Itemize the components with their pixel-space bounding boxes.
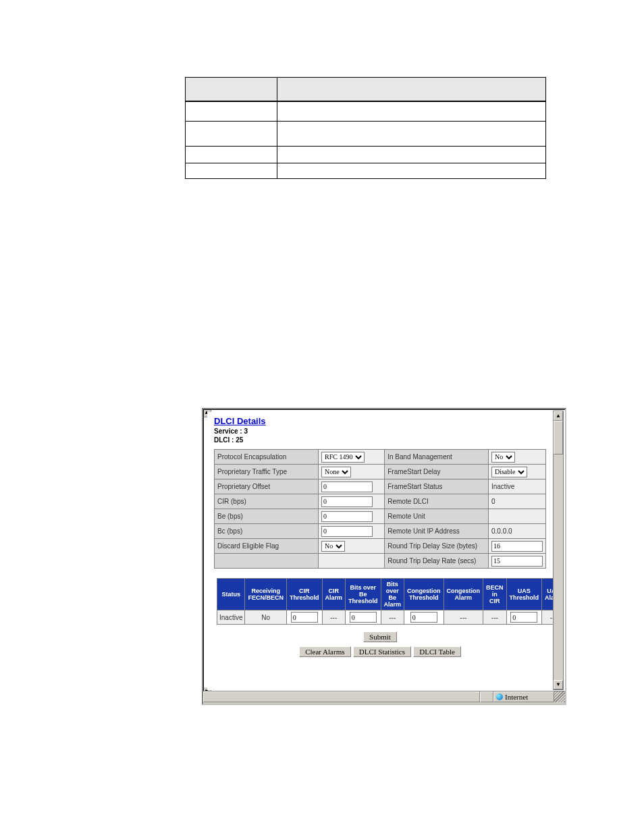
stats-cell: [286, 610, 322, 625]
scroll-down-icon[interactable]: ▼: [554, 680, 563, 689]
cfg-value: [319, 494, 385, 509]
stats-cell: [506, 610, 542, 625]
stats-table: StatusReceivingFECN/BECNCIRThresholdCIRA…: [217, 578, 553, 625]
cfg-value: Inactive: [488, 479, 545, 494]
cfg-value: [488, 509, 545, 524]
cfg-value: RFC 1490: [319, 450, 385, 465]
cfg-input[interactable]: [321, 511, 373, 522]
cfg-label: Proprietary Offset: [215, 479, 319, 494]
stats-input[interactable]: [291, 612, 318, 623]
stats-header: ReceivingFECN/BECN: [245, 579, 287, 610]
cfg-value: [488, 539, 545, 554]
stats-cell: Inactive: [217, 610, 245, 625]
stats-header: UASAlarm: [542, 579, 553, 610]
stats-header: CongestionAlarm: [444, 579, 483, 610]
resize-grip-icon[interactable]: [554, 692, 565, 702]
cfg-label: Bc (bps): [215, 524, 319, 539]
cfg-input[interactable]: [491, 541, 543, 552]
vertical-scrollbar[interactable]: ▲ ▼: [553, 411, 564, 690]
cfg-label: Round Trip Delay Size (bytes): [385, 539, 489, 554]
stats-header: Bits overBeThreshold: [346, 579, 381, 610]
cfg-value: [488, 554, 545, 569]
submit-button[interactable]: Submit: [363, 631, 397, 642]
cfg-label: Protocol Encapsulation: [215, 450, 319, 465]
stats-header: BitsoverBeAlarm: [381, 579, 404, 610]
definition-table: [185, 77, 546, 179]
cfg-value: Disable: [488, 465, 545, 479]
stats-header: CIRThreshold: [286, 579, 322, 610]
scroll-thumb[interactable]: [554, 421, 563, 454]
cfg-input[interactable]: [321, 526, 373, 537]
globe-icon: [496, 694, 503, 700]
cfg-value: 0.0.0.0: [488, 524, 545, 539]
clear-alarms-button[interactable]: Clear Alarms: [299, 646, 350, 657]
cfg-label: CIR (bps): [215, 494, 319, 509]
dlci-table-button[interactable]: DLCI Table: [413, 646, 461, 657]
stats-cell: [404, 610, 444, 625]
cfg-select[interactable]: RFC 1490: [321, 452, 365, 463]
cfg-label: FrameStart Delay: [385, 465, 489, 479]
stats-cell: [346, 610, 381, 625]
cfg-value: None: [319, 465, 385, 479]
cfg-select[interactable]: None: [321, 467, 351, 477]
cfg-label: Proprietary Traffic Type: [215, 465, 319, 479]
dlci-statistics-button[interactable]: DLCI Statistics: [353, 646, 411, 657]
stats-input[interactable]: [510, 612, 537, 623]
cfg-input[interactable]: [491, 556, 543, 567]
stats-cell: ---: [483, 610, 507, 625]
cfg-value: 0: [488, 494, 545, 509]
scroll-up-icon[interactable]: ▲: [554, 411, 563, 421]
config-table: Protocol EncapsulationRFC 1490In Band Ma…: [214, 449, 546, 569]
stats-header: Status: [217, 579, 245, 610]
cfg-input[interactable]: [321, 481, 373, 492]
cfg-select[interactable]: No: [491, 452, 515, 463]
cfg-label: Remote Unit: [385, 509, 489, 524]
stats-header: BECNin CIR: [483, 579, 507, 610]
cfg-value: No: [319, 539, 385, 554]
stats-header: CIRAlarm: [322, 579, 346, 610]
app-frame: DLCI Details Service : 3 DLCI : 25 Proto…: [202, 408, 566, 705]
stats-header: CongestionThreshold: [404, 579, 444, 610]
cfg-label: Remote Unit IP Address: [385, 524, 489, 539]
zone-cell: Internet: [493, 692, 554, 702]
content-pane: DLCI Details Service : 3 DLCI : 25 Proto…: [207, 412, 553, 690]
cfg-label: Remote DLCI: [385, 494, 489, 509]
cfg-value: [319, 554, 385, 569]
cfg-label: In Band Management: [385, 450, 489, 465]
stats-cell: ---: [322, 610, 346, 625]
cfg-select[interactable]: Disable: [491, 467, 527, 477]
stats-cell: ---: [444, 610, 483, 625]
cfg-input[interactable]: [321, 496, 373, 507]
stats-cell: No: [245, 610, 287, 625]
dlci-line: DLCI : 25: [214, 436, 546, 444]
zone-label: Internet: [505, 693, 528, 701]
cfg-label: FrameStart Status: [385, 479, 489, 494]
cfg-select[interactable]: No: [321, 541, 345, 552]
cfg-label: [215, 554, 319, 569]
cfg-label: Discard Eligible Flag: [215, 539, 319, 554]
stats-cell: ---: [542, 610, 553, 625]
cfg-value: [319, 509, 385, 524]
cfg-value: [319, 524, 385, 539]
page-title-link[interactable]: DLCI Details: [214, 416, 266, 426]
service-line: Service : 3: [214, 427, 546, 435]
cfg-label: Be (bps): [215, 509, 319, 524]
cfg-value: [319, 479, 385, 494]
stats-cell: ---: [381, 610, 404, 625]
cfg-value: No: [488, 450, 545, 465]
stats-input[interactable]: [410, 612, 437, 623]
stats-header: UASThreshold: [506, 579, 542, 610]
cfg-label: Round Trip Delay Rate (secs): [385, 554, 489, 569]
status-bar: Internet: [203, 691, 565, 704]
stats-input[interactable]: [350, 612, 377, 623]
